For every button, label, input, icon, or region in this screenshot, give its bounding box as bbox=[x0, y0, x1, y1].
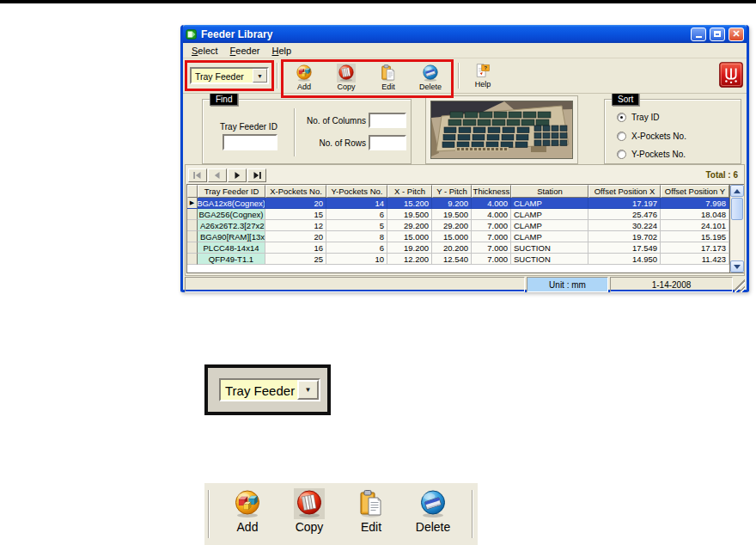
sort-option-label: X-Pockets No. bbox=[631, 132, 686, 141]
help-button-label: Help bbox=[475, 80, 491, 89]
cell-y_pockets: 5 bbox=[326, 220, 387, 231]
column-header[interactable]: Tray Feeder ID bbox=[198, 185, 265, 198]
sort-option-label: Tray ID bbox=[631, 113, 659, 122]
no-of-rows-input[interactable] bbox=[369, 135, 406, 150]
copy-icon bbox=[294, 488, 325, 519]
edit-button[interactable]: Edit bbox=[369, 64, 408, 91]
status-bar: Unit : mm 1-14-2008 bbox=[183, 276, 747, 294]
radio-icon bbox=[617, 150, 626, 159]
feeder-table-panel: Total : 6 Tray Feeder IDX-Pockets No.Y-P… bbox=[185, 164, 745, 276]
edit-button-label: Edit bbox=[381, 83, 395, 91]
cell-id: QFP49-T1.1 bbox=[198, 254, 265, 265]
maximize-button[interactable] bbox=[710, 28, 725, 41]
cell-y_pitch: 20.200 bbox=[432, 242, 472, 254]
column-header[interactable]: Offset Position Y bbox=[661, 185, 729, 198]
date-indicator: 1-14-2008 bbox=[610, 277, 733, 292]
row-marker bbox=[187, 220, 198, 231]
grid-header: Tray Feeder IDX-Pockets No.Y-Pockets No.… bbox=[187, 185, 729, 198]
menu-feeder[interactable]: Feeder bbox=[224, 45, 266, 57]
cell-x_pockets: 12 bbox=[265, 220, 326, 231]
scroll-up-icon[interactable] bbox=[730, 185, 744, 197]
menu-help[interactable]: Help bbox=[265, 45, 297, 57]
vertical-scrollbar[interactable] bbox=[729, 185, 744, 272]
cell-offset_y: 11.423 bbox=[661, 254, 729, 265]
next-record-button[interactable] bbox=[228, 168, 247, 182]
edit-icon bbox=[356, 488, 387, 519]
tray-feeder-id-input[interactable] bbox=[223, 134, 277, 150]
table-row[interactable]: PLCC48-14x1416619.20020.2007.000SUCTION1… bbox=[187, 242, 729, 254]
sort-option-y-pockets[interactable]: Y-Pockets No. bbox=[617, 150, 686, 159]
cell-offset_x: 17.549 bbox=[588, 242, 661, 254]
help-button[interactable]: ? Help bbox=[463, 61, 503, 89]
page-top-rule bbox=[0, 0, 756, 3]
cell-station: CLAMP bbox=[511, 220, 588, 231]
cell-thickness: 7.000 bbox=[472, 254, 511, 265]
sort-option-x-pockets[interactable]: X-Pockets No. bbox=[617, 132, 686, 141]
cell-id: BGA256(Cognex) bbox=[198, 209, 265, 220]
toolbar-separator bbox=[277, 63, 278, 89]
cell-id: PLCC48-14x14 bbox=[198, 242, 265, 254]
cell-y_pitch: 9.200 bbox=[432, 198, 472, 209]
chevron-down-icon[interactable]: ▼ bbox=[253, 69, 267, 83]
column-header[interactable]: Y-Pockets No. bbox=[326, 185, 387, 198]
cell-y_pitch: 29.200 bbox=[432, 220, 472, 231]
table-row[interactable]: QFP49-T1.1251012.20012.5407.000SUCTION14… bbox=[187, 254, 729, 265]
add-button[interactable]: Add bbox=[284, 64, 324, 91]
delete-button[interactable]: Delete bbox=[411, 64, 450, 91]
brand-logo-button[interactable] bbox=[719, 61, 743, 89]
grid-body: ▶BGA12x8(Cognex)201415.2009.2004.000CLAM… bbox=[187, 198, 729, 265]
menu-select[interactable]: Select bbox=[186, 45, 224, 57]
cell-thickness: 7.000 bbox=[472, 242, 511, 254]
cell-y_pitch: 12.540 bbox=[432, 254, 472, 265]
feeder-type-highlight-box: Tray Feeder ▼ bbox=[185, 60, 274, 91]
delete-button-label: Delete bbox=[419, 83, 442, 91]
cell-offset_x: 19.702 bbox=[588, 231, 661, 242]
table-row[interactable]: ▶BGA12x8(Cognex)201415.2009.2004.000CLAM… bbox=[187, 198, 729, 209]
scrollbar-track[interactable] bbox=[730, 221, 744, 260]
column-header[interactable]: Thickness bbox=[472, 185, 511, 198]
brand-logo-icon bbox=[719, 61, 743, 89]
scroll-down-icon[interactable] bbox=[730, 260, 744, 272]
action-buttons-highlight-box: Add Copy Edit Delete bbox=[281, 59, 454, 98]
column-header[interactable]: X-Pockets No. bbox=[265, 185, 326, 198]
table-row[interactable]: BGA90[RAM][13x11]20815.00015.0007.000CLA… bbox=[187, 231, 729, 242]
cell-y_pockets: 6 bbox=[326, 242, 387, 254]
table-row[interactable]: A26x26T2.3[27x27m12529.20029.2007.000CLA… bbox=[187, 220, 729, 231]
column-header[interactable]: X - Pitch bbox=[387, 185, 432, 198]
column-header[interactable]: Station bbox=[511, 185, 588, 198]
grid-filler bbox=[187, 265, 729, 272]
cell-x_pockets: 15 bbox=[265, 209, 326, 220]
feeder-type-dropdown[interactable]: Tray Feeder ▼ bbox=[190, 67, 269, 84]
status-spacer bbox=[185, 277, 525, 292]
column-header[interactable]: Y - Pitch bbox=[432, 185, 472, 198]
callout-add-label: Add bbox=[237, 519, 259, 535]
record-navigation-row: Total : 6 bbox=[186, 166, 743, 184]
close-button[interactable]: ✕ bbox=[729, 28, 744, 41]
feeder-library-window: Feeder Library ✕ Select Feeder Help Tray… bbox=[180, 25, 749, 292]
last-record-button[interactable] bbox=[247, 168, 266, 182]
sort-option-tray-id[interactable]: Tray ID bbox=[617, 113, 659, 122]
toolbar-separator bbox=[458, 63, 460, 89]
first-record-button[interactable] bbox=[188, 168, 207, 182]
previous-record-button[interactable] bbox=[208, 168, 227, 182]
no-of-columns-input[interactable] bbox=[369, 113, 406, 128]
copy-icon bbox=[337, 64, 356, 83]
cell-x_pockets: 16 bbox=[265, 242, 326, 254]
cell-id: BGA12x8(Cognex) bbox=[198, 198, 265, 209]
cell-offset_y: 7.998 bbox=[661, 198, 729, 209]
find-group-divider bbox=[294, 108, 296, 156]
column-header[interactable]: Offset Position X bbox=[588, 185, 661, 198]
cell-x_pitch: 19.500 bbox=[387, 209, 432, 220]
table-row[interactable]: BGA256(Cognex)15619.50019.5004.000CLAMP2… bbox=[187, 209, 729, 220]
cell-id: BGA90[RAM][13x11] bbox=[198, 231, 265, 242]
unit-indicator: Unit : mm bbox=[527, 277, 608, 292]
edit-icon bbox=[379, 64, 398, 83]
callout-edit-button: Edit bbox=[344, 488, 399, 535]
find-sort-section: Find Tray Feeder ID No. of Columns No. o… bbox=[183, 94, 747, 164]
resize-grip[interactable] bbox=[735, 277, 745, 292]
cell-offset_x: 25.476 bbox=[588, 209, 661, 220]
scrollbar-thumb[interactable] bbox=[731, 198, 743, 220]
copy-button[interactable]: Copy bbox=[326, 64, 366, 91]
minimize-button[interactable] bbox=[691, 28, 706, 41]
no-of-rows-label: No. of Rows bbox=[304, 138, 366, 148]
